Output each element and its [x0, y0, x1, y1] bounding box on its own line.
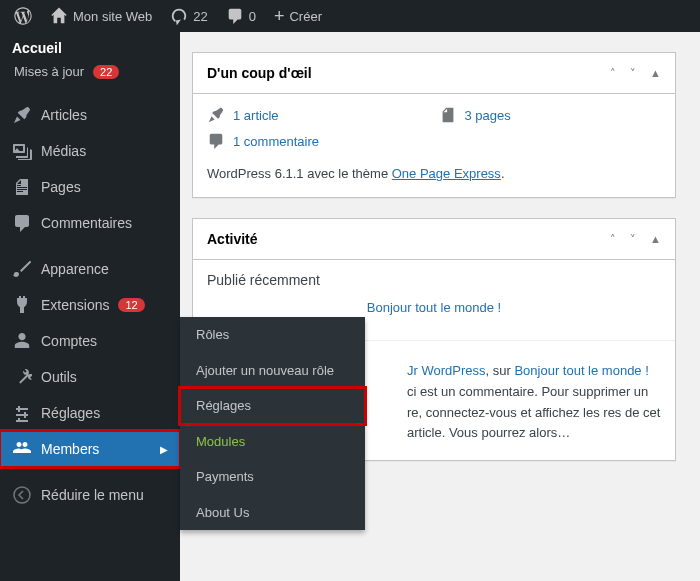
create-label: Créer [289, 9, 322, 24]
site-home-link[interactable]: Mon site Web [44, 7, 158, 25]
wordpress-icon [14, 7, 32, 25]
glance-header: D'un coup d'œil ˄ ˅ ▲ [193, 53, 675, 94]
toggle-icon[interactable]: ▲ [650, 233, 661, 246]
submenu-about[interactable]: About Us [180, 495, 365, 531]
plugin-icon [12, 295, 32, 315]
chevron-right-icon: ▶ [160, 444, 168, 455]
media-icon [12, 141, 32, 161]
glance-comments[interactable]: 1 commentaire [207, 132, 319, 150]
menu-updates[interactable]: Mises à jour 22 [0, 60, 180, 87]
menu-label: Réglages [41, 405, 100, 421]
glance-pages[interactable]: 3 pages [439, 106, 511, 124]
comment-icon [207, 132, 225, 150]
menu-label: Comptes [41, 333, 97, 349]
pin-icon [207, 106, 225, 124]
submenu-roles[interactable]: Rôles [180, 317, 365, 353]
move-up-icon[interactable]: ˄ [610, 67, 616, 80]
move-down-icon[interactable]: ˅ [630, 67, 636, 80]
updates-count: 22 [193, 9, 207, 24]
version-prefix: WordPress 6.1.1 avec le thème [207, 166, 392, 181]
site-name: Mon site Web [73, 9, 152, 24]
svg-point-0 [14, 487, 30, 503]
activity-header: Activité ˄ ˅ ▲ [193, 219, 675, 260]
brush-icon [12, 259, 32, 279]
updates-link[interactable]: 22 [164, 7, 213, 25]
menu-label: Members [41, 441, 99, 457]
glance-pages-link[interactable]: 3 pages [465, 108, 511, 123]
submenu-payments[interactable]: Payments [180, 459, 365, 495]
move-down-icon[interactable]: ˅ [630, 233, 636, 246]
comment-body: ci est un commentaire. Pour supprimer un… [407, 384, 660, 441]
members-icon [12, 439, 32, 459]
collapse-menu[interactable]: Réduire le menu [0, 477, 180, 513]
home-icon [50, 7, 68, 25]
menu-label: Commentaires [41, 215, 132, 231]
glance-comment-link[interactable]: 1 commentaire [233, 134, 319, 149]
extensions-badge: 12 [118, 298, 144, 312]
menu-articles[interactable]: Articles [0, 97, 180, 133]
glance-box: D'un coup d'œil ˄ ˅ ▲ 1 article 3 pages [192, 52, 676, 198]
menu-members[interactable]: Members ▶ [0, 431, 180, 467]
admin-sidebar: Accueil Mises à jour 22 Articles Médias … [0, 32, 180, 581]
box-controls: ˄ ˅ ▲ [610, 233, 661, 246]
comment-post-link[interactable]: Bonjour tout le monde ! [514, 363, 648, 378]
comment-author-link[interactable]: Jr WordPress [407, 363, 486, 378]
toggle-icon[interactable]: ▲ [650, 67, 661, 80]
comment-icon [226, 7, 244, 25]
menu-users[interactable]: Comptes [0, 323, 180, 359]
submenu-settings[interactable]: Réglages [180, 388, 365, 424]
create-link[interactable]: + Créer [268, 7, 328, 25]
menu-label: Extensions [41, 297, 109, 313]
menu-label: Médias [41, 143, 86, 159]
wp-logo[interactable] [8, 7, 38, 25]
comment-mid: , sur [486, 363, 515, 378]
refresh-icon [170, 7, 188, 25]
menu-label: Apparence [41, 261, 109, 277]
user-icon [12, 331, 32, 351]
page-icon [439, 106, 457, 124]
glance-articles[interactable]: 1 article [207, 106, 279, 124]
box-controls: ˄ ˅ ▲ [610, 67, 661, 80]
comment-icon [12, 213, 32, 233]
submenu-add-role[interactable]: Ajouter un nouveau rôle [180, 353, 365, 389]
menu-updates-label: Mises à jour [14, 64, 84, 79]
menu-home[interactable]: Accueil [0, 32, 180, 60]
updates-badge: 22 [93, 65, 119, 79]
members-submenu: Rôles Ajouter un nouveau rôle Réglages M… [180, 317, 365, 530]
menu-comments[interactable]: Commentaires [0, 205, 180, 241]
comments-link[interactable]: 0 [220, 7, 262, 25]
menu-pages[interactable]: Pages [0, 169, 180, 205]
settings-icon [12, 403, 32, 423]
version-suffix: . [501, 166, 505, 181]
tools-icon [12, 367, 32, 387]
menu-media[interactable]: Médias [0, 133, 180, 169]
theme-link[interactable]: One Page Express [392, 166, 501, 181]
menu-tools[interactable]: Outils [0, 359, 180, 395]
recent-heading: Publié récemment [207, 272, 661, 288]
pin-icon [12, 105, 32, 125]
menu-label: Articles [41, 107, 87, 123]
glance-article-link[interactable]: 1 article [233, 108, 279, 123]
plus-icon: + [274, 7, 285, 25]
move-up-icon[interactable]: ˄ [610, 233, 616, 246]
collapse-icon [12, 485, 32, 505]
menu-appearance[interactable]: Apparence [0, 251, 180, 287]
version-line: WordPress 6.1.1 avec le thème One Page E… [207, 166, 661, 181]
activity-title: Activité [207, 231, 258, 247]
menu-label: Outils [41, 369, 77, 385]
page-icon [12, 177, 32, 197]
menu-extensions[interactable]: Extensions 12 [0, 287, 180, 323]
menu-settings[interactable]: Réglages [0, 395, 180, 431]
comments-count: 0 [249, 9, 256, 24]
glance-title: D'un coup d'œil [207, 65, 312, 81]
collapse-label: Réduire le menu [41, 487, 144, 503]
menu-label: Pages [41, 179, 81, 195]
admin-toolbar: Mon site Web 22 0 + Créer [0, 0, 700, 32]
submenu-modules[interactable]: Modules [180, 424, 365, 460]
